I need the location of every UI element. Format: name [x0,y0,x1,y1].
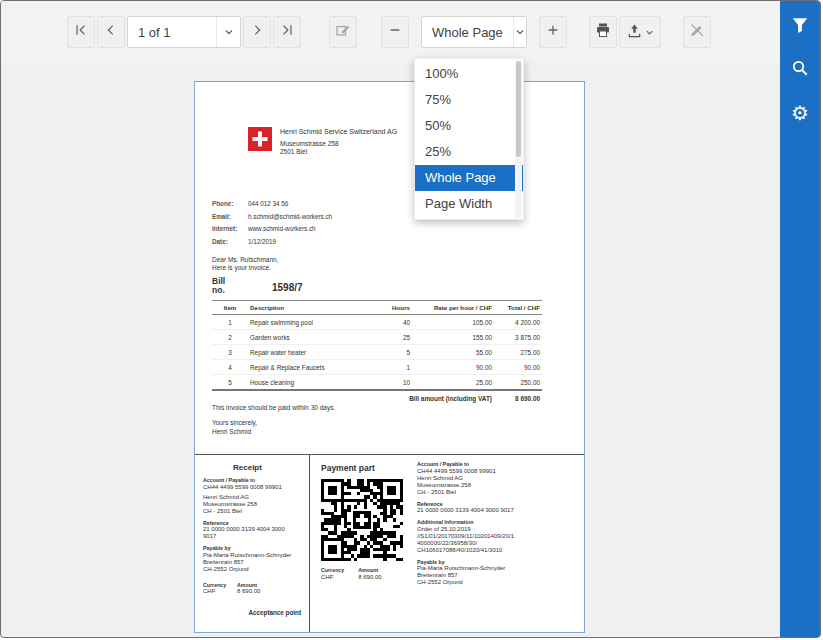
search-icon [791,59,809,81]
qr-payment-slip: Receipt Account / Payable to CH44 4499 5… [195,454,584,632]
cell: 10 [366,375,412,391]
page-selector-value: 1 of 1 [128,25,216,40]
previous-page-button[interactable] [97,16,125,48]
cell: 90.00 [412,360,494,375]
filter-button[interactable] [787,14,813,40]
greeting-line-1: Dear Ms. Rutschmann, [212,256,278,264]
settings-button[interactable]: ⚙ [787,100,813,126]
header-rate: Rate per hour / CHF [412,301,494,315]
cell: 25 [366,330,412,345]
payment-additional-line: Order of 25.10.2019 [417,526,578,533]
email-label: Email: [212,213,248,220]
company-city: 2501 Biel [280,148,307,155]
cell: 275.00 [494,345,542,360]
last-page-button[interactable] [273,16,301,48]
swiss-cross-logo [248,127,272,155]
cell: 3 [212,345,248,360]
next-page-button[interactable] [243,16,271,48]
chevron-right-icon [250,23,264,41]
payment-payable-line: Pia-Maria Rutschmann-Schnyder [417,565,578,572]
payment-additional-line: CH106017088/40/1020/41/3010 [417,547,578,554]
payment-additional-line: //S1/01/20170309/11/10201409/20/1 [417,533,578,540]
zoom-option-100[interactable]: 100% [415,61,523,87]
bill-number-label: Bill no. [212,277,236,295]
upload-icon [627,23,642,42]
cell: Repair & Replace Faucets [248,360,366,375]
search-button[interactable] [787,57,813,83]
zoom-option-75[interactable]: 75% [415,87,523,113]
phone-value: 044 012 34 56 [248,200,288,207]
internet-value: www.schmid-workers.ch [248,225,316,232]
closing-line-1: Yours sincerely, [212,418,257,427]
chevron-left-icon [104,23,118,41]
internet-label: Internet: [212,225,248,232]
table-row: 3Repair water heater555.00275.00 [212,345,542,360]
cell: 250.00 [494,375,542,391]
payment-part-section: Payment part Currency CHF Amount 8 690.0… [311,455,584,632]
toggle-selection-button[interactable] [683,16,711,48]
cell: Repair water heater [248,345,366,360]
pen-slash-icon [689,22,705,42]
first-page-button[interactable] [67,16,95,48]
gear-icon: ⚙ [791,103,809,123]
download-button[interactable] [619,16,661,48]
pdf-viewer-window: 1 of 1 Whole Page [0,0,821,638]
funnel-icon [791,16,809,38]
receipt-currency-amount: Currency CHF Amount 8 690.00 [203,582,301,596]
table-row: 2Garden works25155.003 875.00 [212,330,542,345]
dropdown-scrollbar-thumb[interactable] [516,61,521,157]
cell: 55.00 [412,345,494,360]
greeting: Dear Ms. Rutschmann, Here is your invoic… [212,256,278,272]
greeting-line-2: Here is your invoice. [212,264,278,272]
receipt-title: Receipt [233,463,301,472]
cell: 25.00 [412,375,494,391]
print-button[interactable] [589,16,617,48]
acceptance-point-label: Acceptance point [249,609,301,616]
receipt-amount-value: 8 690.00 [237,588,260,595]
zoom-out-button[interactable] [381,16,409,48]
email-value: h.schmid@schmid-workers.ch [248,213,332,220]
cell: Repair swimming pool [248,315,366,330]
chevron-down-icon [645,23,654,41]
zoom-dropdown-list: 100% 75% 50% 25% Whole Page Page Width [414,58,524,220]
total-value: 8 690.00 [494,390,542,406]
table-row: 4Repair & Replace Faucets190.0090.00 [212,360,542,375]
payment-amount-value: 8 690.00 [358,574,381,581]
page-selector[interactable]: 1 of 1 [127,16,241,48]
closing-line-2: Henri Schmid [212,427,257,436]
dropdown-scrollbar[interactable] [515,60,522,218]
first-page-icon [74,23,88,41]
bill-number-line: Bill no.1598/7 [212,277,303,295]
table-header-row: Item Description Hours Rate per hour / C… [212,301,542,315]
header-total: Total / CHF [494,301,542,315]
zoom-in-button[interactable] [539,16,567,48]
bill-number-value: 1598/7 [272,282,303,293]
receipt-payable-line: Breitenrain 857 [203,559,301,566]
date-value: 1/12/2019 [248,238,276,245]
toolbar: 1 of 1 Whole Page [1,1,780,63]
phone-label: Phone: [212,200,248,207]
payment-currency-label: Currency [321,567,344,574]
cell: 5 [212,375,248,391]
receipt-currency-value: CHF [203,588,229,595]
annotation-button[interactable] [329,16,357,48]
payment-account-line: CH44 4499 5599 0008 99901 [417,468,578,475]
zoom-option-page-width[interactable]: Page Width [415,191,523,217]
payment-account-line: Henri Schmid AG [417,475,578,482]
edit-pencil-icon [335,22,351,42]
receipt-account-line: CH - 2501 Biel [203,508,301,515]
zoom-option-whole-page[interactable]: Whole Page [415,165,523,191]
zoom-option-25[interactable]: 25% [415,139,523,165]
payment-account-line: CH - 2501 Biel [417,489,578,496]
payment-currency-value: CHF [321,574,344,581]
payment-account-line: Museumstrasse 258 [417,482,578,489]
company-name: Henri Schmid Service Switzerland AG [280,128,397,135]
cell: 2 [212,330,248,345]
payment-terms-note: This invoice should be paid within 30 da… [212,404,335,411]
document-page[interactable]: Henri Schmid Service Switzerland AG Muse… [194,81,585,633]
zoom-option-50[interactable]: 50% [415,113,523,139]
plus-icon [546,23,560,41]
zoom-selector[interactable]: Whole Page [421,16,527,48]
closing-block: Yours sincerely, Henri Schmid [212,418,257,436]
cell: 4 [212,360,248,375]
